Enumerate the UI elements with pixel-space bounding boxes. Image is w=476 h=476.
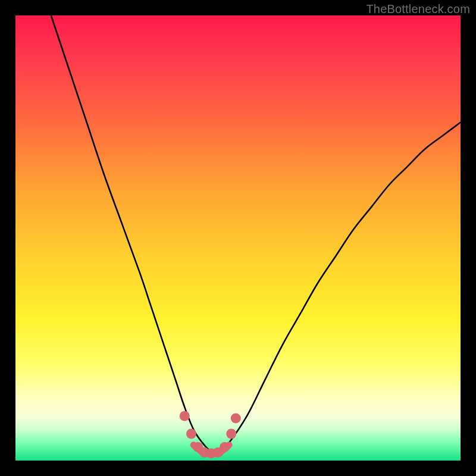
marker-dot: [180, 411, 190, 421]
chart-plot-area: [15, 15, 461, 461]
watermark-text: TheBottleneck.com: [366, 2, 470, 16]
marker-dot: [186, 429, 196, 439]
marker-dot: [231, 413, 241, 423]
marker-dot: [220, 442, 230, 452]
chart-frame: TheBottleneck.com: [0, 0, 476, 476]
marker-dots-group: [180, 411, 241, 459]
bottleneck-curve-path: [51, 15, 461, 453]
chart-svg: [15, 15, 461, 461]
marker-dot: [226, 429, 236, 439]
